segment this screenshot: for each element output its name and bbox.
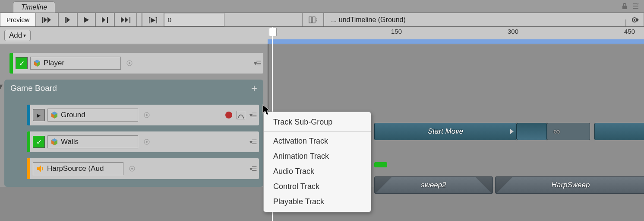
svg-point-11 [131, 168, 133, 170]
binding-field[interactable]: Player [30, 57, 121, 70]
play-range-button[interactable]: [▶] [142, 13, 164, 26]
goto-end-button[interactable] [114, 13, 137, 26]
goto-start-button[interactable] [36, 13, 58, 26]
target-icon [143, 112, 150, 119]
activation-toggle[interactable]: ✓ [33, 136, 45, 148]
ruler-labels: 0 150 300 450 [268, 28, 644, 35]
preview-button[interactable]: Preview [0, 13, 36, 26]
panel-menu-icon[interactable] [632, 3, 640, 10]
track-walls[interactable]: ✓ Walls ▾☰ [27, 131, 259, 152]
track-header-row: Add▾ 0 150 300 450 [0, 27, 644, 44]
menu-control-track[interactable]: Control Track [264, 179, 371, 194]
track-menu-icon[interactable]: ▾☰ [249, 165, 256, 172]
cube-icon [51, 138, 58, 146]
clip-harpsweep[interactable]: HarpSweep [495, 176, 644, 194]
target-icon [143, 138, 150, 145]
play-button[interactable] [77, 13, 95, 26]
track-group-game-board: ▼ Game Board + ▸ Ground ▾ [4, 80, 263, 187]
menu-animation-track[interactable]: Animation Track [264, 149, 371, 164]
track-color [27, 105, 30, 125]
activation-toggle[interactable]: ✓ [16, 57, 28, 69]
track-list: ✓ Player ▾☰ ▼ Game Board + ▸ [0, 44, 268, 187]
animation-icon[interactable]: ▸ [33, 109, 45, 121]
track-menu-icon[interactable]: ▾☰ [249, 138, 256, 145]
target-icon [129, 165, 136, 172]
tab-label: Timeline [21, 3, 47, 11]
clip-activation[interactable] [374, 162, 387, 167]
clip-segment[interactable] [594, 123, 644, 140]
tab-timeline[interactable]: Timeline [13, 1, 55, 13]
cube-icon [33, 59, 41, 67]
add-track-context-menu: Track Sub-Group Activation Track Animati… [263, 112, 371, 212]
add-sub-track-button[interactable]: + [251, 82, 257, 94]
track-harpsource[interactable]: HarpSource (Aud ▾☰ [27, 158, 259, 179]
timeline-breadcrumb[interactable]: ... undTimeline (Ground) [324, 13, 626, 26]
binding-field[interactable]: Ground [47, 109, 138, 122]
track-color [9, 53, 13, 74]
frame-field[interactable]: 0 [164, 13, 224, 26]
svg-point-9 [146, 141, 148, 143]
ruler-range-bar [268, 39, 644, 44]
foldout-icon[interactable]: ▼ [0, 82, 4, 91]
track-player[interactable]: ✓ Player ▾☰ [9, 53, 263, 74]
clip-blend[interactable] [517, 123, 547, 140]
svg-point-7 [146, 114, 148, 116]
menu-playable-track[interactable]: Playable Track [264, 194, 371, 209]
svg-rect-1 [313, 17, 315, 23]
window-tab-bar: Timeline [0, 0, 644, 13]
target-icon [126, 60, 133, 67]
clip-ease-icon [510, 129, 514, 134]
lane-player [268, 53, 644, 74]
svg-point-5 [129, 62, 130, 64]
binding-field[interactable]: Walls [47, 135, 138, 148]
next-frame-button[interactable] [95, 13, 114, 26]
edit-mode-button[interactable] [302, 13, 324, 26]
svg-rect-0 [309, 17, 312, 23]
menu-track-sub-group[interactable]: Track Sub-Group [264, 115, 371, 130]
group-header[interactable]: Game Board + [4, 80, 263, 97]
clip-infinite[interactable] [547, 123, 590, 140]
menu-audio-track[interactable]: Audio Track [264, 164, 371, 179]
prev-frame-button[interactable] [58, 13, 77, 26]
binding-field[interactable]: HarpSource (Aud [33, 162, 123, 175]
track-color [27, 158, 30, 179]
cube-icon [51, 111, 58, 119]
playback-toolbar: Preview [▶] 0 ... undTimeline (Ground) [0, 13, 644, 27]
svg-point-3 [634, 19, 635, 21]
speaker-icon [36, 164, 44, 173]
clip-start-move[interactable]: Start Move [374, 123, 517, 140]
record-button[interactable] [225, 112, 232, 119]
curves-button[interactable] [237, 111, 245, 119]
track-color [27, 131, 30, 152]
menu-separator [264, 131, 371, 132]
clip-sweep2[interactable]: sweep2 [374, 176, 493, 194]
gear-icon [631, 16, 639, 24]
menu-activation-track[interactable]: Activation Track [264, 134, 371, 149]
track-menu-icon[interactable]: ▾☰ [254, 60, 261, 67]
chevron-down-icon: ▾ [23, 32, 26, 38]
lock-icon[interactable] [621, 3, 628, 10]
track-ground[interactable]: ▸ Ground ▾☰ [27, 105, 259, 125]
add-track-button[interactable]: Add▾ [4, 30, 31, 41]
track-menu-icon[interactable]: ▾☰ [249, 112, 256, 119]
time-ruler[interactable]: 0 150 300 450 [268, 27, 644, 44]
